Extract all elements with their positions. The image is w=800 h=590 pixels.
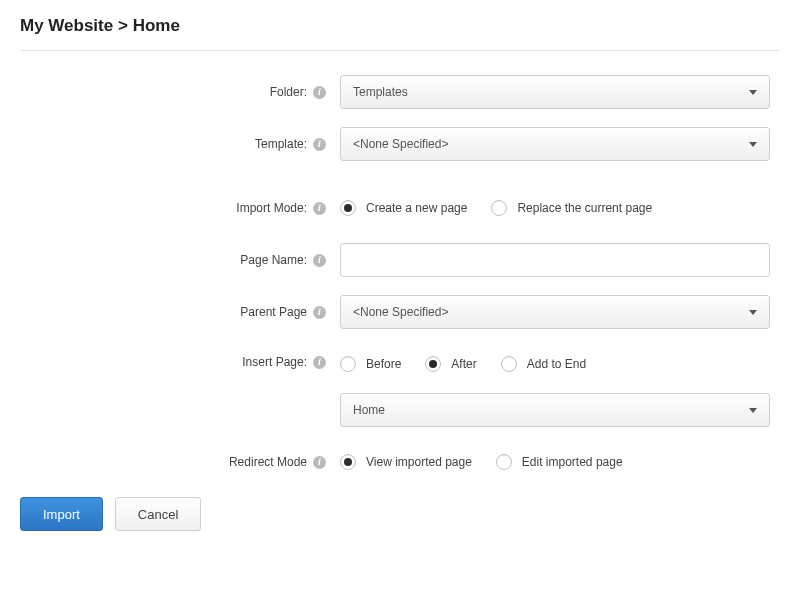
radio-label: View imported page (366, 455, 472, 469)
info-icon[interactable]: i (313, 456, 326, 469)
parent-page-select[interactable]: <None Specified> (340, 295, 770, 329)
redirect-edit-option[interactable]: Edit imported page (496, 454, 623, 470)
info-icon[interactable]: i (313, 254, 326, 267)
radio-label: Replace the current page (517, 201, 652, 215)
breadcrumb-sep: > (118, 16, 128, 35)
insert-target-value: Home (353, 403, 385, 417)
cancel-button-label: Cancel (138, 507, 178, 522)
cancel-button[interactable]: Cancel (115, 497, 201, 531)
info-icon[interactable]: i (313, 86, 326, 99)
breadcrumb-page: Home (133, 16, 180, 35)
insert-end-option[interactable]: Add to End (501, 356, 586, 372)
redirect-view-option[interactable]: View imported page (340, 454, 472, 470)
page-name-input[interactable] (340, 243, 770, 277)
insert-after-option[interactable]: After (425, 356, 476, 372)
chevron-down-icon (749, 310, 757, 315)
chevron-down-icon (749, 408, 757, 413)
breadcrumb: My Website > Home (20, 16, 780, 50)
template-select-value: <None Specified> (353, 137, 448, 151)
info-icon[interactable]: i (313, 356, 326, 369)
radio-label: Before (366, 357, 401, 371)
radio-label: Edit imported page (522, 455, 623, 469)
import-mode-create-option[interactable]: Create a new page (340, 200, 467, 216)
chevron-down-icon (749, 142, 757, 147)
radio-icon (340, 454, 356, 470)
import-mode-replace-option[interactable]: Replace the current page (491, 200, 652, 216)
radio-label: Create a new page (366, 201, 467, 215)
import-button[interactable]: Import (20, 497, 103, 531)
folder-select[interactable]: Templates (340, 75, 770, 109)
import-mode-label: Import Mode: (236, 201, 307, 215)
info-icon[interactable]: i (313, 138, 326, 151)
folder-select-value: Templates (353, 85, 408, 99)
page-name-label: Page Name: (240, 253, 307, 267)
parent-page-label: Parent Page (240, 305, 307, 319)
radio-icon (501, 356, 517, 372)
insert-before-option[interactable]: Before (340, 356, 401, 372)
redirect-mode-label: Redirect Mode (229, 455, 307, 469)
breadcrumb-site: My Website (20, 16, 113, 35)
radio-icon (496, 454, 512, 470)
info-icon[interactable]: i (313, 202, 326, 215)
import-button-label: Import (43, 507, 80, 522)
radio-label: After (451, 357, 476, 371)
chevron-down-icon (749, 90, 757, 95)
radio-label: Add to End (527, 357, 586, 371)
folder-label: Folder: (270, 85, 307, 99)
radio-icon (425, 356, 441, 372)
radio-icon (491, 200, 507, 216)
template-select[interactable]: <None Specified> (340, 127, 770, 161)
radio-icon (340, 356, 356, 372)
parent-page-select-value: <None Specified> (353, 305, 448, 319)
template-label: Template: (255, 137, 307, 151)
insert-target-select[interactable]: Home (340, 393, 770, 427)
divider (20, 50, 780, 51)
insert-page-label: Insert Page: (242, 355, 307, 369)
info-icon[interactable]: i (313, 306, 326, 319)
radio-icon (340, 200, 356, 216)
